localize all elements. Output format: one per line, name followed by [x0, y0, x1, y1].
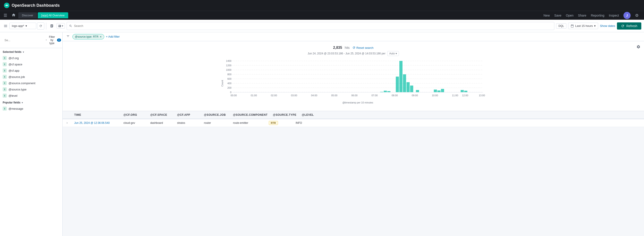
bar-12-00 [434, 90, 437, 92]
main-content: @source.type: RTR × + Add filter 2,835 h… [62, 32, 644, 236]
expand-row-icon [66, 122, 68, 124]
svg-text:600: 600 [228, 78, 232, 80]
nav-open[interactable]: Open [566, 14, 574, 17]
row-expand-button[interactable] [62, 120, 72, 126]
field-item-cf-space[interactable]: t @cf.space [0, 61, 62, 67]
filter-toggle-button[interactable] [65, 34, 71, 40]
query-input-area[interactable] [67, 22, 554, 30]
hits-count: 2,835 [333, 46, 342, 50]
calendar-icon [571, 25, 574, 28]
svg-text:0: 0 [230, 91, 232, 94]
svg-text:05:00: 05:00 [331, 94, 338, 97]
th-time[interactable]: Time [72, 111, 121, 119]
filter-icon [46, 39, 47, 42]
nav-new[interactable]: New [544, 14, 550, 17]
tab-bar-left: ☰ Discover [app] All Overview [2, 12, 68, 19]
field-type-badge: t [3, 81, 7, 85]
svg-text:10:00: 10:00 [432, 94, 438, 97]
svg-text:09:00: 09:00 [412, 94, 418, 97]
app-logo: OpenSearch Dashboards [4, 2, 60, 9]
field-item-source-job[interactable]: t @source.job [0, 74, 62, 80]
th-source-job[interactable]: @source.job [201, 111, 230, 119]
query-input[interactable] [74, 24, 552, 28]
field-item-source-type[interactable]: t @source.type [0, 86, 62, 93]
td-level: INFO [293, 120, 311, 126]
field-name: @cf.space [8, 63, 22, 66]
dql-button[interactable]: DQL [556, 23, 567, 29]
reset-search-button[interactable]: Reset search [352, 46, 374, 50]
add-filter-button[interactable]: + Add filter [106, 35, 120, 38]
time-picker-chevron: ▾ [594, 24, 596, 28]
field-type-badge: t [3, 56, 7, 60]
filter-chip-label: @source.type: RTR [75, 35, 98, 38]
th-source-component[interactable]: @source.component [230, 111, 270, 119]
nav-share[interactable]: Share [578, 14, 586, 17]
chart-svg-container: Count 1400 1200 1000 800 600 400 200 [67, 59, 640, 109]
selected-fields-header[interactable]: Selected fields ▾ [0, 48, 62, 55]
settings-button[interactable]: ⚙ [635, 13, 639, 18]
tab-app-overview[interactable]: [app] All Overview [38, 12, 68, 18]
popular-fields-list: t @message [0, 105, 62, 112]
bar-09-20 [387, 91, 390, 92]
th-cf-space[interactable]: @cf.space [148, 111, 174, 119]
popular-fields-header[interactable]: Popular fields ▾ [0, 99, 62, 105]
filter-by-type-button[interactable]: Filter by type 0 [44, 35, 62, 46]
field-item-message[interactable]: t @message [0, 105, 62, 112]
svg-text:06:00: 06:00 [351, 94, 358, 97]
popular-fields-label: Popular fields [3, 101, 20, 104]
refresh-index-button[interactable] [37, 22, 44, 30]
main-layout: Filter by type 0 Selected fields ▾ t @cf… [0, 32, 644, 236]
filter-count: 0 [57, 39, 61, 42]
tab-discover[interactable]: Discover [18, 12, 37, 18]
field-item-cf-org[interactable]: t @cf.org [0, 55, 62, 61]
field-item-level[interactable]: t @level [0, 93, 62, 99]
field-name: @source.component [8, 82, 35, 85]
field-name: @level [8, 94, 18, 97]
th-cf-app[interactable]: @cf.app [174, 111, 201, 119]
sidebar-toggle-button[interactable] [3, 23, 8, 29]
nav-save[interactable]: Save [554, 14, 562, 17]
filter-chip-source-type: @source.type: RTR × [72, 34, 104, 39]
th-level[interactable]: @level [299, 111, 317, 119]
table-header: Time @cf.org @cf.space @cf.app @source.j… [62, 111, 644, 119]
index-selector[interactable]: logs-app* ▾ [10, 23, 36, 29]
save-search-button[interactable]: ▾ [56, 23, 65, 29]
tab-bar: ☰ Discover [app] All Overview New Save O… [0, 11, 644, 20]
td-source-job: router [201, 120, 230, 126]
time-picker[interactable]: Last 15 hours ▾ [568, 23, 598, 29]
home-button[interactable] [10, 12, 18, 19]
hamburger-menu-button[interactable]: ☰ [2, 12, 9, 19]
field-item-cf-app[interactable]: t @cf.app [0, 67, 62, 74]
bar-09-10 [384, 91, 387, 92]
selected-fields-list: t @cf.org t @cf.space t @cf.app t @sourc… [0, 55, 62, 99]
nav-inspect[interactable]: Inspect [609, 14, 619, 17]
reset-icon [352, 46, 356, 49]
field-item-source-component[interactable]: t @source.component [0, 80, 62, 86]
th-cf-org[interactable]: @cf.org [121, 111, 148, 119]
field-type-badge: t [3, 94, 7, 98]
field-name: @cf.app [8, 69, 20, 72]
field-name: @source.type [8, 88, 26, 91]
sidebar-search-input[interactable] [4, 39, 42, 42]
bar-10-20 [403, 74, 406, 92]
svg-text:200: 200 [228, 86, 232, 89]
svg-text:400: 400 [228, 82, 232, 85]
refresh-button[interactable]: Refresh [617, 22, 641, 30]
nav-reporting[interactable]: Reporting [591, 14, 604, 17]
svg-text:1400: 1400 [226, 60, 232, 62]
tab-bar-right: New Save Open Share Reporting Inspect J … [544, 12, 642, 19]
show-dates-button[interactable]: Show dates [600, 24, 615, 28]
collapse-sidebar-button[interactable] [49, 23, 55, 29]
field-type-badge: t [3, 62, 7, 66]
table-row[interactable]: Jun 25, 2024 @ 12:36:06.540 cloud-gov da… [62, 119, 644, 127]
interval-selector[interactable]: Auto ▾ [387, 51, 399, 56]
svg-text:01:00: 01:00 [251, 94, 257, 97]
results-table: Time @cf.org @cf.space @cf.app @source.j… [62, 111, 644, 127]
filter-chip-remove-button[interactable]: × [100, 35, 102, 38]
chart-settings-button[interactable] [636, 45, 640, 50]
td-source-type: RTR [266, 119, 293, 127]
user-avatar[interactable]: J [624, 12, 630, 19]
hits-label: hits [345, 46, 350, 50]
th-source-type[interactable]: @source.type [270, 111, 299, 119]
bar-13-00 [461, 90, 464, 92]
